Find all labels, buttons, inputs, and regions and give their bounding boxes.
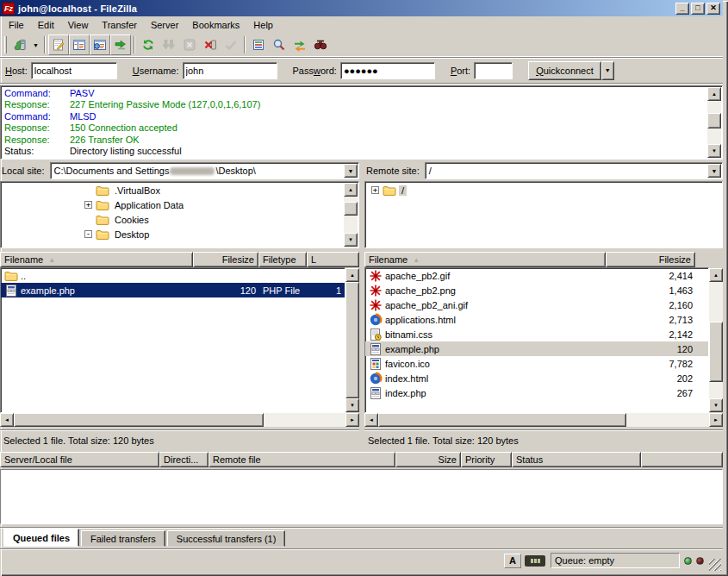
directory-tree[interactable]: +/ (364, 181, 723, 248)
scroll-down-icon[interactable]: ▼ (709, 398, 723, 412)
tree-item-label[interactable]: Cookies (112, 215, 152, 225)
scroll-thumb[interactable] (378, 413, 626, 427)
menu-help[interactable]: Help (246, 18, 280, 32)
scroll-up-icon[interactable]: ▲ (709, 268, 723, 282)
scroll-thumb[interactable] (707, 113, 721, 128)
process-queue-button[interactable] (159, 34, 179, 55)
tree-item-label[interactable]: Application Data (112, 200, 186, 210)
scroll-thumb[interactable] (344, 202, 358, 216)
tree-expander-minus-icon[interactable]: - (84, 230, 92, 238)
tree-item-label[interactable]: / (399, 185, 407, 196)
toolbar-grip[interactable] (4, 36, 7, 53)
queue-column-size[interactable]: Size (395, 452, 461, 467)
queue-column-priority[interactable]: Priority (461, 452, 512, 467)
file-row[interactable]: apache_pb2.png1,463 (365, 283, 708, 297)
list-horizontal-scrollbar[interactable]: ◄► (0, 413, 359, 427)
local-tree-toggle-button[interactable] (69, 34, 90, 55)
menu-file[interactable]: File (2, 18, 31, 32)
menu-server[interactable]: Server (144, 18, 185, 32)
scroll-left-icon[interactable]: ◄ (0, 413, 14, 427)
menu-transfer[interactable]: Transfer (95, 18, 144, 32)
scroll-right-icon[interactable]: ► (345, 413, 359, 427)
maximize-button[interactable]: □ (691, 3, 705, 15)
close-button[interactable]: ✕ (706, 3, 720, 15)
sync-browse-button[interactable] (289, 34, 310, 55)
message-log-toggle-button[interactable] (48, 34, 69, 55)
username-input[interactable] (183, 62, 277, 79)
file-row[interactable]: index.php267 (365, 385, 708, 400)
directory-tree[interactable]: .VirtualBox+Application DataCookies-Desk… (0, 181, 359, 248)
file-row[interactable]: apache_pb2.gif2,414 (365, 268, 708, 283)
column-header-filename[interactable]: Filename▲ (364, 252, 606, 267)
scroll-thumb[interactable] (14, 413, 264, 427)
tree-vertical-scrollbar[interactable]: ▲▼ (344, 183, 358, 247)
scroll-right-icon[interactable]: ► (709, 413, 723, 427)
remote-tree-toggle-button[interactable] (90, 34, 110, 55)
file-row[interactable]: apache_pb2_ani.gif2,160 (365, 297, 708, 312)
tree-item-label[interactable]: .VirtualBox (112, 185, 163, 196)
combo-dropdown-icon[interactable]: ▼ (707, 164, 721, 178)
site-manager-button[interactable] (9, 34, 30, 55)
menu-view[interactable]: View (61, 18, 96, 32)
list-horizontal-scrollbar[interactable]: ◄► (364, 413, 723, 427)
queue-column-directi[interactable]: Directi... (159, 452, 208, 467)
password-input[interactable] (340, 62, 435, 79)
reconnect-button[interactable] (221, 34, 241, 55)
scroll-up-icon[interactable]: ▲ (345, 268, 359, 282)
scroll-up-icon[interactable]: ▲ (344, 183, 358, 197)
column-header-l[interactable]: L (307, 252, 359, 267)
tree-item[interactable]: +/ (366, 183, 721, 197)
site-path-combobox[interactable]: C:\Documents and Settings\Desktop\▼ (50, 162, 359, 179)
queue-column-remotefile[interactable]: Remote file (208, 452, 395, 467)
filter-button[interactable] (248, 34, 269, 55)
minimize-button[interactable]: _ (675, 3, 689, 15)
tree-item[interactable]: +Application Data (2, 197, 358, 212)
site-path-combobox[interactable]: /▼ (425, 162, 723, 179)
file-row[interactable]: favicon.ico7,782 (365, 356, 708, 371)
queue-list[interactable] (0, 469, 723, 524)
scroll-left-icon[interactable]: ◄ (364, 413, 378, 427)
disconnect-button[interactable] (200, 34, 221, 55)
cancel-button[interactable] (179, 34, 200, 55)
log-vertical-scrollbar[interactable]: ▲ ▼ (707, 87, 721, 158)
scroll-down-icon[interactable]: ▼ (344, 233, 358, 247)
file-row[interactable]: index.html202 (365, 371, 708, 385)
title-bar[interactable]: Fz john@localhost - FileZilla _ □ ✕ (0, 0, 723, 16)
find-button[interactable] (310, 34, 331, 55)
column-header-filesize[interactable]: Filesize (193, 252, 258, 267)
scroll-down-icon[interactable]: ▼ (345, 398, 359, 412)
file-list[interactable]: ..example.php120PHP File1 (0, 267, 345, 413)
file-list[interactable]: apache_pb2.gif2,414apache_pb2.png1,463ap… (364, 267, 709, 413)
search-button[interactable] (269, 34, 289, 55)
list-vertical-scrollbar[interactable]: ▲▼ (709, 268, 723, 412)
scroll-up-icon[interactable]: ▲ (707, 87, 721, 101)
column-header-filesize[interactable]: Filesize (606, 252, 695, 267)
queue-toggle-button[interactable] (110, 34, 131, 55)
file-row[interactable]: .. (1, 268, 345, 283)
tab-failed-transfers[interactable]: Failed transfers (81, 530, 165, 547)
site-manager-dropdown[interactable]: ▼ (30, 34, 41, 55)
tree-expander-plus-icon[interactable]: + (84, 201, 92, 209)
file-row[interactable]: bitnami.css2,142 (365, 327, 708, 341)
column-header-filename[interactable]: Filename▲ (0, 252, 193, 267)
quickconnect-button[interactable]: Quickconnect (528, 61, 601, 80)
menu-edit[interactable]: Edit (31, 18, 61, 32)
file-row[interactable]: example.php120 (365, 341, 708, 356)
combo-dropdown-icon[interactable]: ▼ (344, 164, 358, 178)
queue-column-serverlocalfile[interactable]: Server/Local file (0, 452, 159, 467)
tree-expander-plus-icon[interactable]: + (371, 186, 379, 194)
file-row[interactable]: applications.html2,713 (365, 312, 708, 327)
list-vertical-scrollbar[interactable]: ▲▼ (345, 268, 359, 412)
tree-item[interactable]: -Desktop (2, 227, 358, 241)
tree-item[interactable]: Cookies (2, 212, 358, 227)
file-row[interactable]: example.php120PHP File1 (1, 283, 345, 297)
scroll-thumb[interactable] (345, 282, 359, 398)
port-input[interactable] (474, 62, 513, 79)
menu-bookmarks[interactable]: Bookmarks (185, 18, 246, 32)
tab-successful-transfers-[interactable]: Successful transfers (1) (167, 530, 286, 547)
refresh-button[interactable] (138, 34, 159, 55)
queue-column-empty[interactable] (641, 452, 723, 467)
queue-column-status[interactable]: Status (512, 452, 641, 467)
column-header-filetype[interactable]: Filetype (258, 252, 307, 267)
quickconnect-dropdown[interactable]: ▼ (601, 61, 614, 80)
